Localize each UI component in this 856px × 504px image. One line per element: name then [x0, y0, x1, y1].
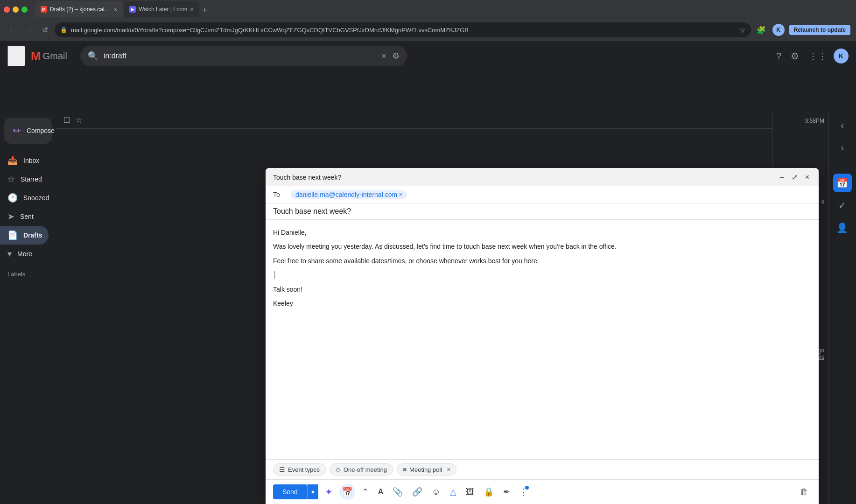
- settings-icon[interactable]: ⚙: [788, 48, 802, 64]
- photo-button[interactable]: 🖼: [463, 484, 477, 500]
- one-off-icon: ◇: [336, 466, 341, 473]
- search-icon: 🔍: [88, 51, 98, 61]
- time-label: 9:58PM: [776, 118, 824, 124]
- calendly-toolbar: ☰ Event types ◇ One-off meeting ≡ Meetin…: [266, 459, 819, 479]
- calendly-tab-meeting-poll[interactable]: ≡ Meeting poll ×: [397, 463, 456, 476]
- browser-chrome: M Drafts (2) – kjones.calendly... × ▶ Wa…: [0, 0, 856, 19]
- compose-modal: Touch base next week? – ⤢ × To danielle.…: [266, 168, 819, 504]
- body-paragraph2: Feel free to share some available dates/…: [273, 256, 811, 266]
- search-clear-icon[interactable]: ×: [381, 51, 386, 61]
- body-cursor-line: [273, 270, 811, 280]
- right-panel-chevron-right-icon[interactable]: ›: [833, 138, 852, 157]
- drive-button[interactable]: △: [447, 484, 459, 500]
- compose-label: Compose: [27, 127, 55, 134]
- formatting-button[interactable]: A: [375, 485, 386, 499]
- right-panel-tasks-icon[interactable]: ✓: [833, 196, 852, 215]
- to-address: danielle.ma@calendly-internal.com: [295, 191, 397, 198]
- bookmark-icon[interactable]: ☆: [739, 26, 745, 35]
- sidebar-label-drafts: Drafts: [23, 231, 42, 239]
- compose-body[interactable]: Hi Danielle, Was lovely meeting you yest…: [266, 220, 819, 459]
- compose-fullscreen-button[interactable]: ⤢: [790, 172, 800, 182]
- gmail-tab-label: Drafts (2) – kjones.calendly...: [50, 6, 111, 13]
- compose-to-row: To danielle.ma@calendly-internal.com ×: [266, 186, 819, 203]
- user-avatar[interactable]: K: [834, 49, 849, 63]
- checkbox-icon[interactable]: ☐: [63, 116, 70, 125]
- expand-icon-button[interactable]: ⌃: [359, 484, 372, 500]
- address-bar[interactable]: 🔒 mail.google.com/mail/u/0/#drafts?compo…: [55, 22, 751, 37]
- forward-button[interactable]: →: [22, 24, 35, 36]
- more-options-button[interactable]: ⋮: [517, 484, 531, 500]
- calendly-tab-event-types[interactable]: ☰ Event types: [273, 463, 326, 476]
- compose-button[interactable]: ✏ Compose: [4, 118, 52, 144]
- traffic-lights: [4, 7, 28, 13]
- sidebar-label-snoozed: Snoozed: [23, 194, 49, 202]
- search-input[interactable]: in:draft: [104, 52, 376, 60]
- right-panel-chevron-left-icon[interactable]: ‹: [833, 116, 852, 134]
- sidebar-item-starred[interactable]: ☆ Starred: [0, 170, 49, 189]
- meeting-poll-icon: ≡: [403, 466, 407, 473]
- email-entry[interactable]: ☐ ☆: [56, 112, 772, 129]
- right-panel-contacts-icon[interactable]: 👤: [833, 218, 852, 237]
- sent-icon: ➤: [7, 211, 14, 222]
- relaunch-button[interactable]: Relaunch to update: [789, 25, 850, 35]
- close-window-button[interactable]: [4, 7, 10, 13]
- right-panel-calendar-icon[interactable]: 📅: [833, 174, 852, 192]
- one-off-label: One-off meeting: [344, 466, 387, 473]
- to-chip-close-icon[interactable]: ×: [399, 191, 402, 198]
- gmail-logo-m: M: [31, 49, 41, 63]
- star-entry-icon[interactable]: ☆: [76, 116, 82, 125]
- compose-subject-input[interactable]: [273, 207, 811, 216]
- calendly-toolbar-icon[interactable]: ✦: [322, 483, 336, 500]
- refresh-button[interactable]: ↺: [39, 24, 51, 36]
- address-bar-row: ← → ↺ 🔒 mail.google.com/mail/u/0/#drafts…: [0, 19, 856, 41]
- inbox-icon: 📥: [7, 155, 18, 166]
- calendly-toolbar-close-icon[interactable]: ×: [447, 466, 450, 473]
- apps-icon[interactable]: ⋮⋮: [806, 48, 830, 64]
- browser-tab-loom[interactable]: ▶ Watch Later | Loom ×: [124, 1, 199, 17]
- send-button[interactable]: Send: [273, 484, 307, 499]
- browser-actions: 🧩 K Relaunch to update: [755, 22, 850, 38]
- meeting-poll-label: Meeting poll: [409, 466, 442, 473]
- scheduling-icon-button[interactable]: 📅: [339, 484, 355, 500]
- profile-avatar[interactable]: K: [772, 24, 785, 36]
- body-paragraph1: Was lovely meeting you yesterday. As dis…: [273, 241, 811, 252]
- send-dropdown-button[interactable]: ▾: [307, 484, 318, 499]
- search-bar[interactable]: 🔍 in:draft × ⚙: [80, 46, 407, 66]
- lock-icon: 🔒: [60, 27, 67, 33]
- emoji-button[interactable]: ☺: [429, 484, 443, 500]
- back-button[interactable]: ←: [6, 24, 19, 36]
- sidebar-item-more[interactable]: ▾ More: [0, 245, 49, 263]
- fullscreen-window-button[interactable]: [21, 7, 28, 13]
- loom-tab-label: Watch Later | Loom: [139, 6, 187, 13]
- hamburger-menu-button[interactable]: ☰: [7, 46, 25, 66]
- sidebar-item-sent[interactable]: ➤ Sent: [0, 207, 49, 226]
- signature-button[interactable]: ✒: [500, 484, 513, 500]
- extensions-icon[interactable]: 🧩: [755, 24, 768, 36]
- sidebar-item-drafts[interactable]: 📄 Drafts: [0, 226, 49, 245]
- event-types-label: Event types: [288, 466, 320, 473]
- loom-favicon-icon: ▶: [129, 6, 136, 13]
- profile-icon[interactable]: K: [771, 22, 786, 38]
- search-filter-icon[interactable]: ⚙: [392, 51, 400, 61]
- sidebar-item-snoozed[interactable]: 🕐 Snoozed: [0, 189, 49, 207]
- compose-modal-header: Touch base next week? – ⤢ ×: [266, 168, 819, 186]
- link-button[interactable]: 🔗: [409, 484, 425, 500]
- compose-minimize-button[interactable]: –: [778, 172, 786, 182]
- body-sign-off: Talk soon!: [273, 284, 811, 294]
- url-display: mail.google.com/mail/u/0/#drafts?compose…: [71, 27, 735, 34]
- browser-tab-gmail[interactable]: M Drafts (2) – kjones.calendly... ×: [35, 1, 123, 17]
- confidential-button[interactable]: 🔒: [481, 484, 497, 500]
- compose-modal-title: Touch base next week?: [273, 174, 341, 181]
- loom-tab-close-icon[interactable]: ×: [190, 6, 194, 13]
- calendly-tab-one-off[interactable]: ◇ One-off meeting: [330, 463, 393, 476]
- minimize-window-button[interactable]: [13, 7, 19, 13]
- sidebar-label-more: More: [17, 250, 32, 258]
- help-icon[interactable]: ?: [773, 48, 784, 64]
- attach-button[interactable]: 📎: [390, 484, 406, 500]
- delete-draft-button[interactable]: 🗑: [797, 484, 811, 500]
- sidebar-item-inbox[interactable]: 📥 Inbox: [0, 151, 49, 170]
- compose-to-chip[interactable]: danielle.ma@calendly-internal.com ×: [291, 190, 407, 199]
- new-tab-button[interactable]: +: [200, 4, 209, 17]
- compose-close-button[interactable]: ×: [803, 172, 811, 182]
- gmail-tab-close-icon[interactable]: ×: [113, 6, 117, 13]
